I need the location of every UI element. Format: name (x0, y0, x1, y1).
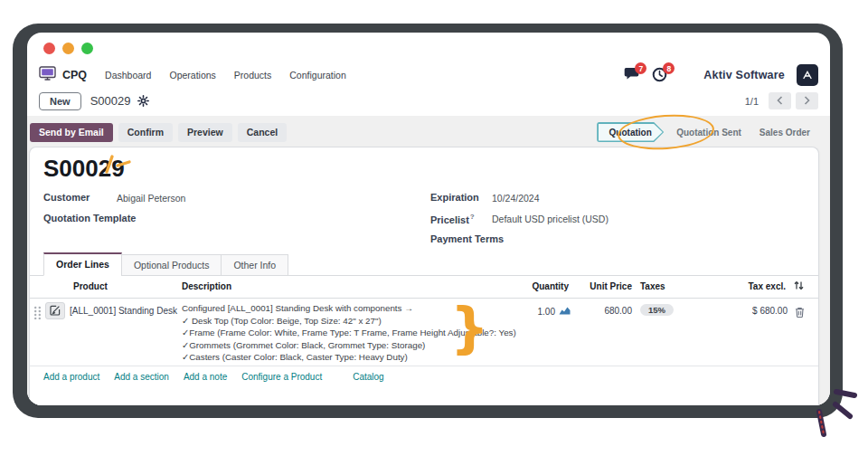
unit-price-cell[interactable]: 680.00 (604, 306, 632, 316)
status-quotation[interactable]: Quotation (597, 122, 664, 142)
description-line: ✓Frame (Frame Color: White, Frame Type: … (182, 327, 516, 339)
minimize-window-button[interactable] (62, 43, 74, 54)
status-bar: Quotation Quotation Sent Sales Order (597, 122, 819, 142)
activities-button[interactable]: 8 (652, 67, 668, 82)
chevron-left-icon (777, 94, 783, 108)
pricelist-field[interactable]: Default USD pricelist (USD) (492, 214, 609, 224)
nav-item-operations[interactable]: Operations (169, 70, 215, 81)
pager-previous-button[interactable] (769, 92, 791, 109)
page: CPQ Dashboard Operations Products Config… (0, 0, 868, 456)
window-controls (43, 43, 93, 54)
breadcrumb: S00029 (90, 94, 131, 108)
messages-badge: 7 (635, 62, 646, 74)
drag-handle-icon[interactable] (33, 306, 42, 323)
chevron-right-icon (804, 94, 810, 108)
description-line: ✓Grommets (Grommet Color: Black, Grommet… (182, 339, 516, 352)
payment-terms-label: Payment Terms (430, 233, 504, 244)
customer-field[interactable]: Abigail Peterson (117, 193, 185, 204)
close-window-button[interactable] (43, 43, 55, 54)
description-line: ✓ Desk Top (Top Color: Beige, Top Size: … (182, 315, 516, 328)
user-avatar[interactable] (797, 64, 818, 86)
app-switcher[interactable]: CPQ (39, 66, 87, 84)
record-title: S00029 (43, 155, 125, 183)
product-cell[interactable]: [ALL_0001] Standing Desk (70, 306, 177, 316)
preview-button[interactable]: Preview (178, 123, 232, 142)
column-options-icon[interactable] (794, 280, 804, 292)
cancel-button[interactable]: Cancel (238, 123, 287, 142)
delete-line-icon[interactable] (795, 305, 805, 321)
nav-left: CPQ Dashboard Operations Products Config… (39, 66, 346, 84)
column-header-quantity[interactable]: Quantity (532, 281, 569, 291)
forecast-chart-icon[interactable] (559, 306, 571, 317)
quotation-form-sheet: S00029 Customer Abigail Peterson Quotati… (29, 147, 819, 405)
confirm-button[interactable]: Confirm (118, 123, 173, 142)
status-quotation-sent[interactable]: Quotation Sent (667, 128, 750, 138)
taxes-cell[interactable]: 15% (640, 304, 674, 316)
column-header-taxes[interactable]: Taxes (640, 281, 665, 291)
description-line: ✓Casters (Caster Color: Black, Caster Ty… (182, 351, 516, 364)
notebook-tabs: Order Lines Optional Products Other Info (43, 252, 288, 276)
messages-button[interactable]: 7 (624, 67, 640, 82)
nav-right: 7 8 Aktiv Software (624, 64, 818, 86)
edit-line-button[interactable] (45, 302, 65, 319)
configure-a-product-link[interactable]: Configure a Product (241, 372, 322, 382)
add-a-note-link[interactable]: Add a note (184, 372, 227, 382)
browser-window: CPQ Dashboard Operations Products Config… (27, 33, 830, 405)
expiration-label: Expiration (430, 192, 479, 203)
gear-icon[interactable] (137, 95, 149, 107)
nav-item-dashboard[interactable]: Dashboard (105, 70, 151, 81)
status-quotation-label: Quotation (599, 124, 663, 141)
add-a-product-link[interactable]: Add a product (43, 372, 99, 382)
maximize-window-button[interactable] (81, 43, 93, 54)
pricelist-help-icon: ? (470, 213, 475, 221)
nav-item-configuration[interactable]: Configuration (289, 70, 345, 81)
top-navbar: CPQ Dashboard Operations Products Config… (27, 62, 830, 87)
cpq-app-icon (39, 66, 56, 84)
column-header-unit-price[interactable]: Unit Price (590, 281, 632, 291)
nav-item-products[interactable]: Products (234, 70, 271, 81)
quantity-value: 1.00 (538, 307, 555, 317)
tab-optional-products[interactable]: Optional Products (121, 254, 222, 276)
column-header-description[interactable]: Description (182, 281, 231, 291)
new-button[interactable]: New (39, 92, 81, 110)
description-line: Configured [ALL_0001] Standing Desk with… (182, 302, 516, 315)
pencil-icon (50, 303, 61, 319)
action-bar: Send by Email Confirm Preview Cancel Quo… (30, 121, 819, 143)
tab-order-lines[interactable]: Order Lines (43, 252, 122, 276)
column-header-product[interactable]: Product (73, 281, 108, 291)
pager-next-button[interactable] (796, 92, 818, 109)
app-name: CPQ (62, 69, 87, 81)
pricelist-label: Pricelist? (430, 213, 475, 225)
status-sales-order[interactable]: Sales Order (750, 128, 819, 138)
column-header-tax-excl[interactable]: Tax excl. (748, 281, 786, 291)
row-divider (30, 366, 818, 366)
control-bar: New S00029 1/1 (27, 88, 830, 114)
record-pager: 1/1 (745, 92, 818, 109)
description-cell[interactable]: Configured [ALL_0001] Standing Desk with… (182, 302, 516, 364)
activities-badge: 8 (663, 62, 675, 74)
device-frame: CPQ Dashboard Operations Products Config… (13, 24, 843, 418)
send-by-email-button[interactable]: Send by Email (30, 123, 113, 142)
catalog-link[interactable]: Catalog (353, 372, 383, 382)
tab-other-info[interactable]: Other Info (221, 254, 288, 276)
line-actions: Add a product Add a section Add a note C… (43, 372, 384, 382)
quotation-template-label: Quotation Template (43, 213, 136, 223)
content-area: Send by Email Confirm Preview Cancel Quo… (27, 116, 830, 405)
company-name: Aktiv Software (703, 69, 785, 81)
add-a-section-link[interactable]: Add a section (114, 372, 169, 382)
expiration-field[interactable]: 10/24/2024 (492, 193, 540, 204)
table-row: [ALL_0001] Standing Desk Configured [ALL… (30, 299, 818, 366)
customer-label: Customer (43, 192, 90, 203)
subtotal-cell: $ 680.00 (752, 306, 788, 316)
quantity-cell[interactable]: 1.00 (538, 306, 571, 317)
pager-count: 1/1 (745, 96, 759, 107)
